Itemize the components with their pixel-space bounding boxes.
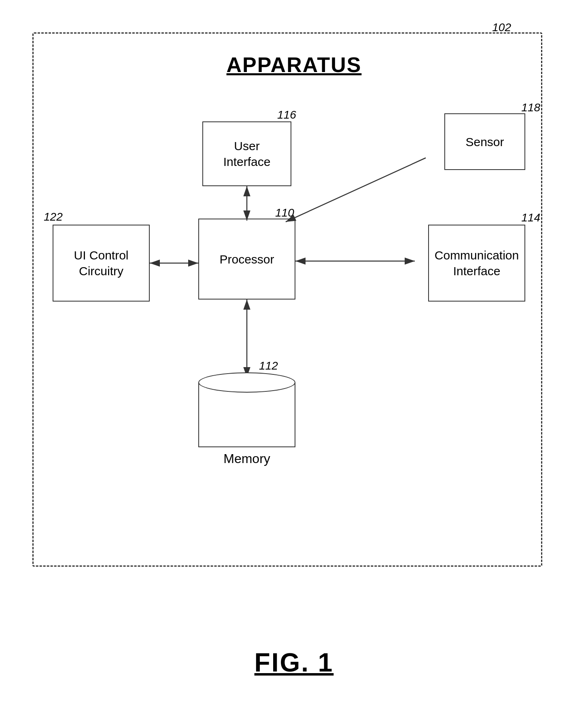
memory-container: Memory	[198, 372, 295, 466]
memory-label: Memory	[223, 451, 270, 466]
ref-112: 112	[259, 359, 278, 372]
apparatus-title: APPARATUS	[0, 53, 588, 77]
ui-control-box: UI ControlCircuitry	[53, 225, 150, 302]
comm-interface-box: CommunicationInterface	[428, 225, 525, 302]
ref-122: 122	[44, 210, 63, 223]
ref-118: 118	[521, 101, 540, 114]
user-interface-label: UserInterface	[223, 138, 271, 170]
page-container: APPARATUS 102 UserInterface 116 Sensor 1…	[0, 0, 588, 714]
user-interface-box: UserInterface	[202, 121, 291, 186]
ui-control-label: UI ControlCircuitry	[74, 247, 128, 279]
ref-102: 102	[492, 21, 511, 34]
cylinder-top	[198, 372, 295, 393]
ref-116: 116	[277, 108, 296, 121]
ref-110: 110	[275, 206, 294, 219]
processor-box: Processor	[198, 219, 295, 300]
ref-114: 114	[521, 211, 540, 224]
processor-label: Processor	[219, 251, 274, 267]
sensor-box: Sensor	[444, 113, 525, 170]
comm-interface-label: CommunicationInterface	[435, 247, 519, 279]
fig-label: FIG. 1	[0, 648, 588, 678]
sensor-label: Sensor	[465, 134, 504, 150]
